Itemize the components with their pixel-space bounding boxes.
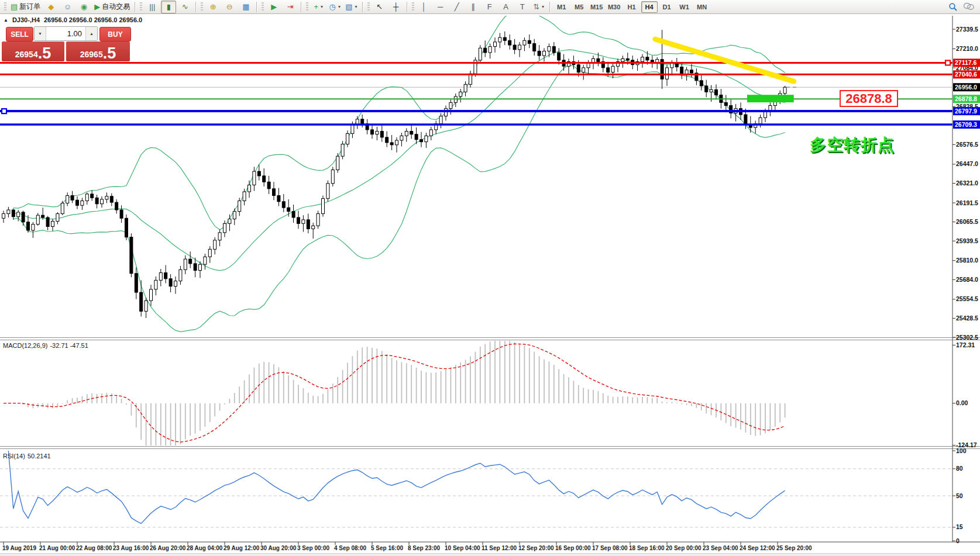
svg-text:30 Aug 20:00: 30 Aug 20:00 <box>260 545 297 551</box>
timeframe-h1-button[interactable]: H1 <box>624 1 640 13</box>
bar-chart-button[interactable]: ||| <box>145 1 160 13</box>
profile-button[interactable]: ☺ <box>60 1 75 13</box>
svg-text:20 Sep 00:00: 20 Sep 00:00 <box>666 545 702 551</box>
bollinger-middle-band <box>13 50 785 270</box>
svg-text:27040.6: 27040.6 <box>955 71 977 78</box>
volume-down-icon[interactable]: ▼ <box>35 27 46 40</box>
cursor-icon: ↖ <box>376 3 383 11</box>
ohlc-label: 26956.0 26956.0 26956.0 26956.0 <box>44 16 142 23</box>
timeframe-mn-button[interactable]: MN <box>694 1 710 13</box>
indicators-button[interactable]: +▾ <box>311 1 326 13</box>
svg-text:16 Sep 00:00: 16 Sep 00:00 <box>555 545 591 551</box>
toolbar-separator <box>135 2 136 12</box>
autotrading-label: 自动交易 <box>102 2 130 12</box>
candlestick-button[interactable]: ▮ <box>161 1 176 13</box>
dropdown-caret-icon[interactable]: ▾ <box>355 4 357 9</box>
svg-text:50: 50 <box>956 492 963 499</box>
zoom-out-button[interactable]: ⊖ <box>222 1 237 13</box>
macd-pane <box>4 341 785 446</box>
chart-shift-icon: ⇥ <box>287 3 294 11</box>
time-axis[interactable]: 19 Aug 201921 Aug 00:0022 Aug 08:0023 Au… <box>2 542 812 551</box>
mt4-window: ▤新订单◆☺◉▶自动交易|||▮∿⊕⊖▦▶⇥+▾◷▾▧▾↖┼│─╱∥FAT⇅▾M… <box>0 0 980 556</box>
timeframe-m1-button[interactable]: M1 <box>553 1 570 13</box>
channel-button[interactable]: ∥ <box>466 1 481 13</box>
auto-scroll-button[interactable]: ▶ <box>266 1 281 13</box>
search-icon[interactable] <box>948 2 958 12</box>
sell-price-panel[interactable]: 26954.5 <box>2 42 64 61</box>
tile-windows-button[interactable]: ▦ <box>238 1 253 13</box>
autotrading-button[interactable]: ▶自动交易 <box>92 1 132 13</box>
fibonacci-icon: F <box>487 3 492 11</box>
svg-text:26065.5: 26065.5 <box>956 218 978 225</box>
dropdown-caret-icon[interactable]: ▾ <box>542 4 544 9</box>
main-price-pane <box>0 10 953 332</box>
deposit-button[interactable]: ◆ <box>43 1 59 13</box>
timeframe-m5-button[interactable]: M5 <box>571 1 587 13</box>
dropdown-caret-icon[interactable]: ▾ <box>321 4 323 9</box>
timeframe-h4-button[interactable]: H4 <box>641 1 658 13</box>
trendline-button[interactable]: ╱ <box>449 1 465 13</box>
zoom-in-button[interactable]: ⊕ <box>205 1 221 13</box>
timeframe-m15-button[interactable]: M15 <box>589 1 605 13</box>
buy-button[interactable]: BUY <box>99 27 131 42</box>
timeframe-m30-button[interactable]: M30 <box>606 1 623 13</box>
hline-button[interactable]: ─ <box>433 1 448 13</box>
text-icon: A <box>503 3 508 11</box>
svg-text:19 Aug 2019: 19 Aug 2019 <box>2 545 36 551</box>
fibonacci-button[interactable]: F <box>482 1 497 13</box>
chart-canvas[interactable]: 27339.527210.027084.026828.526576.526447… <box>0 0 980 556</box>
toolbar-separator <box>301 2 302 12</box>
svg-text:8 Sep 23:00: 8 Sep 23:00 <box>408 545 440 551</box>
dropdown-caret-icon[interactable]: ▾ <box>338 4 341 9</box>
svg-text:23 Sep 04:00: 23 Sep 04:00 <box>703 545 738 551</box>
chat-icon[interactable] <box>964 2 974 11</box>
new-order-button[interactable]: ▤新订单 <box>9 1 42 13</box>
pivot-annotation-text: 多空转折点 <box>810 134 895 156</box>
timeframe-d1-button[interactable]: D1 <box>659 1 675 13</box>
signal-button[interactable]: ◉ <box>76 1 91 13</box>
templates-button[interactable]: ▧▾ <box>343 1 359 13</box>
svg-text:25810.0: 25810.0 <box>956 257 978 264</box>
toolbar-grip <box>412 2 414 12</box>
svg-text:23 Aug 16:00: 23 Aug 16:00 <box>113 545 149 551</box>
toolbar-right-icons <box>948 2 978 12</box>
svg-text:26878.8: 26878.8 <box>955 95 977 102</box>
price-axis[interactable]: 27339.527210.027084.026828.526576.526447… <box>953 26 980 544</box>
toolbar-separator <box>407 2 408 12</box>
collapse-icon[interactable]: ▲ <box>4 18 8 23</box>
sell-button[interactable]: SELL <box>6 27 33 42</box>
label-button[interactable]: T <box>515 1 530 13</box>
periods-button[interactable]: ◷▾ <box>327 1 342 13</box>
svg-text:26447.0: 26447.0 <box>956 160 978 167</box>
volume-up-icon[interactable]: ▲ <box>85 27 97 40</box>
vline-button[interactable]: │ <box>417 1 432 13</box>
macd-signal-line <box>4 344 785 442</box>
price-callout-box[interactable]: 26878.8 <box>840 90 898 107</box>
candlestick-icon: ▮ <box>167 3 171 11</box>
rsi-pane <box>0 451 953 527</box>
buy-price-main: 26965 <box>80 48 103 61</box>
crosshair-button[interactable]: ┼ <box>388 1 404 13</box>
cursor-button[interactable]: ↖ <box>372 1 387 13</box>
bollinger-lower-band <box>13 65 785 331</box>
symbol-period-label: DJ30-,H4 <box>12 16 40 23</box>
svg-text:26576.5: 26576.5 <box>956 141 978 148</box>
volume-stepper[interactable]: ▼ 1.00 ▲ <box>34 26 98 41</box>
text-button[interactable]: A <box>498 1 514 13</box>
volume-value[interactable]: 1.00 <box>46 27 85 40</box>
svg-text:21 Aug 00:00: 21 Aug 00:00 <box>39 545 75 551</box>
chart-header: ▲ DJ30-,H4 26956.0 26956.0 26956.0 26956… <box>4 16 142 23</box>
timeframe-w1-button[interactable]: W1 <box>676 1 693 13</box>
chart-shift-button[interactable]: ⇥ <box>283 1 298 13</box>
buy-price-panel[interactable]: 26965.5 <box>66 42 130 61</box>
tile-windows-icon: ▦ <box>242 3 249 11</box>
window-bottom-edge <box>0 553 980 556</box>
svg-text:12 Sep 20:00: 12 Sep 20:00 <box>518 545 554 551</box>
deposit-icon: ◆ <box>48 3 54 11</box>
line-chart-button[interactable]: ∿ <box>177 1 192 13</box>
svg-text:28 Aug 04:00: 28 Aug 04:00 <box>187 545 223 551</box>
svg-text:25428.5: 25428.5 <box>956 315 978 322</box>
toolbar-grip <box>140 2 142 12</box>
arrows-button[interactable]: ⇅▾ <box>531 1 546 13</box>
new-order-icon: ▤ <box>11 3 18 11</box>
